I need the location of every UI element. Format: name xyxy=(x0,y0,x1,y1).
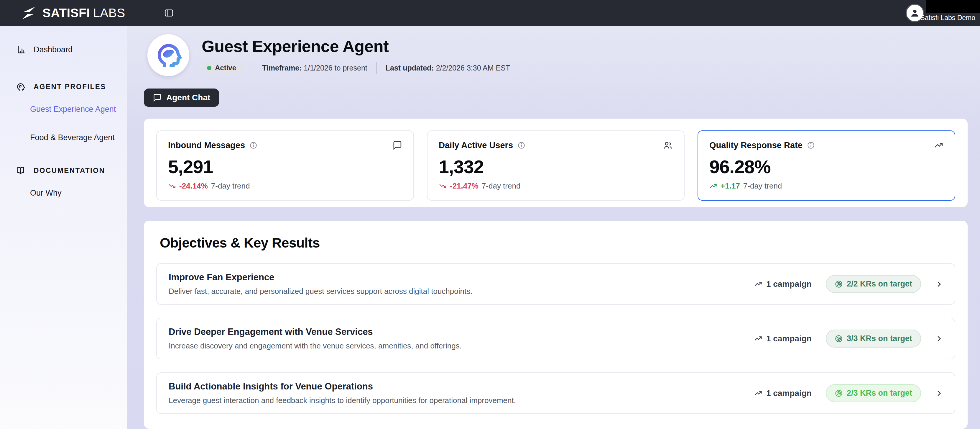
message-icon xyxy=(392,140,402,150)
trending-down-icon xyxy=(168,182,176,190)
stat-trend: -24.14% 7-day trend xyxy=(168,182,402,191)
campaign-count-label: 1 campaign xyxy=(766,334,811,343)
brand-name: SATISFILABS xyxy=(43,6,125,20)
sidebar-item-guest-experience-agent[interactable]: Guest Experience Agent xyxy=(0,103,127,115)
trend-value: -21.47% xyxy=(450,182,479,191)
okr-panel: Objectives & Key Results Improve Fan Exp… xyxy=(144,221,967,429)
agent-chat-button[interactable]: Agent Chat xyxy=(144,89,219,107)
users-icon xyxy=(663,140,673,150)
okr-row-build-actionable-insights[interactable]: Build Actionable Insights for Venue Oper… xyxy=(156,372,955,414)
campaign-count: 1 campaign xyxy=(754,334,811,343)
meta-divider xyxy=(253,62,253,74)
campaign-count-label: 1 campaign xyxy=(766,279,811,289)
trend-label: 7-day trend xyxy=(482,182,521,191)
target-icon xyxy=(835,280,843,288)
agent-head-icon xyxy=(15,81,26,92)
stat-trend: +1.17 7-day trend xyxy=(710,182,943,191)
sidebar-item-dashboard[interactable]: Dashboard xyxy=(0,43,127,56)
target-icon xyxy=(835,335,843,343)
sidebar-section-label: DOCUMENTATION xyxy=(33,166,105,175)
okr-title: Build Actionable Insights for Venue Oper… xyxy=(169,381,516,392)
last-updated-text: Last updated: 2/2/2026 3:30 AM EST xyxy=(386,64,510,72)
stat-card-quality-response-rate[interactable]: Quality Response Rate 96.28% +1.17 xyxy=(698,131,955,201)
timeframe-text: Timeframe: 1/1/2026 to present xyxy=(262,64,368,72)
trending-up-icon xyxy=(754,389,762,397)
satisfi-logo-icon xyxy=(21,5,37,21)
trending-down-icon xyxy=(439,182,447,190)
sidebar-item-food-beverage-agent[interactable]: Food & Beverage Agent xyxy=(0,132,127,144)
stat-title: Quality Response Rate xyxy=(710,140,802,150)
status-badge: Active xyxy=(202,61,244,75)
chevron-right-icon[interactable] xyxy=(935,335,943,343)
campaign-count: 1 campaign xyxy=(754,389,811,398)
okr-row-improve-fan-experience[interactable]: Improve Fan Experience Deliver fast, acc… xyxy=(156,263,955,305)
sidebar-section-documentation: DOCUMENTATION xyxy=(0,164,127,177)
trending-up-icon xyxy=(710,182,718,190)
kr-target-badge: 3/3 KRs on target xyxy=(826,330,921,348)
account-tooltip-label: Satisfi Labs Demo xyxy=(920,14,975,22)
book-open-icon xyxy=(15,165,26,176)
stat-title: Daily Active Users xyxy=(439,140,513,150)
brand-logo: SATISFILABS xyxy=(21,5,125,21)
stat-card-daily-active-users[interactable]: Daily Active Users 1,332 -21. xyxy=(427,131,684,201)
trend-value: -24.14% xyxy=(179,182,208,191)
page-header: Guest Experience Agent Active Timeframe:… xyxy=(147,34,967,76)
stat-title: Inbound Messages xyxy=(168,140,245,150)
kr-target-label: 2/2 KRs on target xyxy=(847,279,912,289)
status-dot xyxy=(207,66,212,70)
trend-label: 7-day trend xyxy=(743,182,782,191)
stat-value: 1,332 xyxy=(439,156,673,177)
agent-chat-label: Agent Chat xyxy=(166,93,210,102)
sidebar-section-label: AGENT PROFILES xyxy=(33,83,106,91)
kr-target-badge: 2/2 KRs on target xyxy=(826,275,921,293)
chevron-right-icon[interactable] xyxy=(935,280,943,288)
status-label: Active xyxy=(215,64,236,72)
okr-title: Drive Deeper Engagement with Venue Servi… xyxy=(169,327,462,337)
okr-title: Improve Fan Experience xyxy=(169,272,473,283)
last-updated-label: Last updated: xyxy=(386,64,434,72)
info-icon[interactable] xyxy=(250,141,258,149)
kr-target-label: 3/3 KRs on target xyxy=(847,334,912,343)
main-content: Guest Experience Agent Active Timeframe:… xyxy=(127,26,980,429)
stats-panel: Inbound Messages 5,291 -24.14% 7 xyxy=(144,119,967,207)
trending-up-icon xyxy=(754,334,762,343)
chat-bubble-icon xyxy=(153,93,162,102)
okr-description: Leverage guest interaction and feedback … xyxy=(169,396,516,405)
timeframe-label: Timeframe: xyxy=(262,64,302,72)
okr-row-drive-deeper-engagement[interactable]: Drive Deeper Engagement with Venue Servi… xyxy=(156,318,955,359)
trending-up-icon xyxy=(934,140,943,150)
stat-value: 5,291 xyxy=(168,156,402,177)
sidebar: Dashboard AGENT PROFILES Guest Experienc… xyxy=(0,26,127,429)
meta-divider xyxy=(376,62,377,74)
info-icon[interactable] xyxy=(807,141,815,149)
account-tooltip-box xyxy=(926,0,980,13)
trend-label: 7-day trend xyxy=(211,182,250,191)
campaign-count: 1 campaign xyxy=(754,279,811,289)
info-icon[interactable] xyxy=(517,141,525,149)
agent-head-gradient-icon xyxy=(154,41,183,70)
stat-card-inbound-messages[interactable]: Inbound Messages 5,291 -24.14% 7 xyxy=(156,131,414,201)
top-bar: SATISFILABS Satisfi Labs Demo xyxy=(0,0,980,26)
sidebar-toggle-icon[interactable] xyxy=(164,8,174,18)
okr-description: Increase discovery and engagement with t… xyxy=(169,341,462,351)
page-title: Guest Experience Agent xyxy=(202,37,510,56)
page-meta: Active Timeframe: 1/1/2026 to present La… xyxy=(202,61,510,75)
agent-avatar xyxy=(147,34,189,76)
sidebar-section-agent-profiles: AGENT PROFILES xyxy=(0,80,127,93)
okr-section-title: Objectives & Key Results xyxy=(160,235,955,251)
chevron-right-icon[interactable] xyxy=(935,389,943,397)
sidebar-item-label: Dashboard xyxy=(33,45,73,54)
kr-target-badge: 2/3 KRs on target xyxy=(826,384,921,402)
person-icon xyxy=(909,7,921,19)
trending-up-icon xyxy=(754,280,762,288)
kr-target-label: 2/3 KRs on target xyxy=(847,389,912,398)
last-updated-value: 2/2/2026 3:30 AM EST xyxy=(436,64,510,72)
timeframe-value: 1/1/2026 to present xyxy=(304,64,367,72)
target-icon xyxy=(835,389,843,397)
okr-description: Deliver fast, accurate, and personalized… xyxy=(169,287,473,296)
stat-trend: -21.47% 7-day trend xyxy=(439,182,673,191)
stat-value: 96.28% xyxy=(710,156,943,177)
campaign-count-label: 1 campaign xyxy=(766,389,811,398)
sidebar-item-our-why[interactable]: Our Why xyxy=(0,187,127,199)
trend-value: +1.17 xyxy=(721,182,740,191)
